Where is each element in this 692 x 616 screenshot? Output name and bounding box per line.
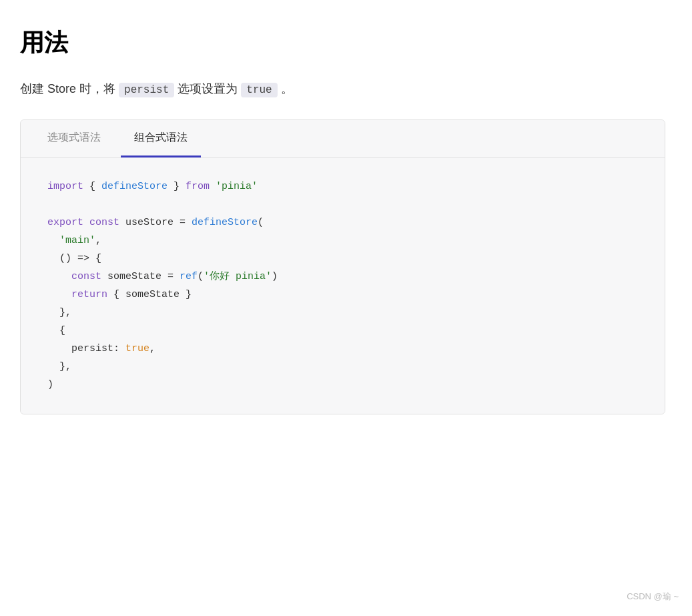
tab-composition-syntax[interactable]: 组合式语法: [121, 120, 201, 158]
code-line-3: export const useStore = defineStore(: [47, 214, 638, 232]
watermark: CSDN @瑜 ~: [627, 591, 679, 603]
code-line-11: },: [47, 358, 638, 376]
code-line-1: import { defineStore } from 'pinia': [47, 178, 638, 196]
code-line-5: () => {: [47, 250, 638, 268]
tabs-header: 选项式语法 组合式语法: [21, 120, 665, 158]
desc-text-3: 。: [281, 82, 293, 95]
tab-options-syntax[interactable]: 选项式语法: [34, 120, 114, 158]
page-title: 用法: [20, 27, 665, 59]
desc-text-1: 创建 Store 时，将: [20, 82, 115, 95]
code-block: import { defineStore } from 'pinia' expo…: [21, 158, 665, 414]
code-line-10: persist: true,: [47, 340, 638, 358]
code-line-8: },: [47, 304, 638, 322]
code-line-blank-1: [47, 196, 638, 214]
code-line-9: {: [47, 322, 638, 340]
tabs-container: 选项式语法 组合式语法 import { defineStore } from …: [20, 119, 665, 414]
true-code: true: [241, 83, 277, 97]
code-line-6: const someState = ref('你好 pinia'): [47, 268, 638, 286]
code-line-4: 'main',: [47, 232, 638, 250]
desc-text-2: 选项设置为: [178, 82, 241, 95]
code-line-12: ): [47, 376, 638, 394]
description: 创建 Store 时，将 persist 选项设置为 true 。: [20, 79, 665, 99]
code-line-7: return { someState }: [47, 286, 638, 304]
persist-code: persist: [119, 83, 174, 97]
